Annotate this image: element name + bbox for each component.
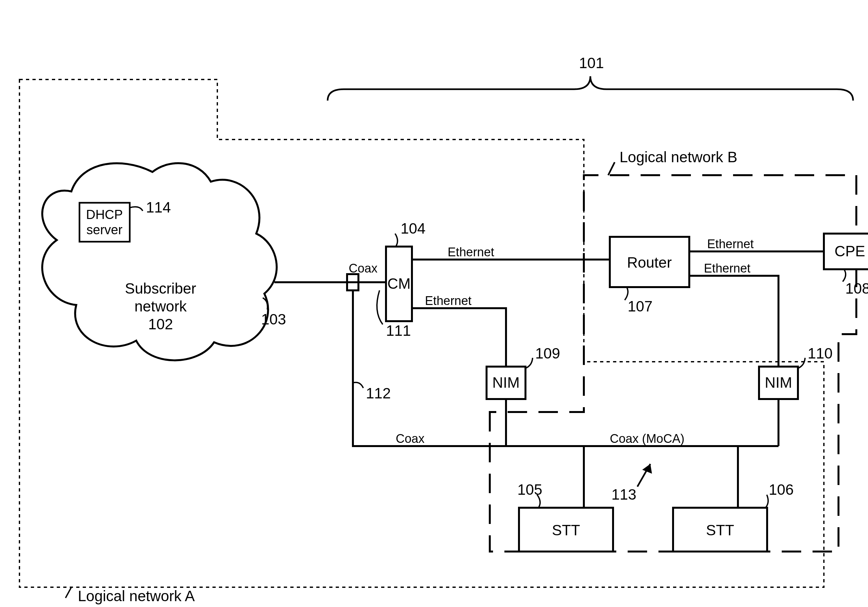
- brace-101: 101: [328, 54, 853, 101]
- ref-112: 112: [366, 385, 391, 402]
- svg-text:network: network: [134, 298, 187, 315]
- dhcp-server: DHCP server: [79, 203, 130, 242]
- ref-113: 113: [611, 486, 636, 503]
- svg-text:Subscriber: Subscriber: [125, 280, 196, 297]
- svg-text:DHCP: DHCP: [86, 207, 122, 222]
- nim-110: NIM: [759, 366, 798, 399]
- eth-router-nim: Ethernet: [704, 261, 750, 275]
- eth-cm-router: Ethernet: [448, 245, 494, 259]
- eth-cm-nim: Ethernet: [425, 294, 472, 307]
- subscriber-network-cloud: Subscriber network 102: [42, 163, 277, 360]
- svg-text:NIM: NIM: [765, 374, 792, 391]
- logical-network-b-boundary: [490, 175, 856, 551]
- svg-text:STT: STT: [706, 522, 735, 539]
- ref-104: 104: [401, 220, 426, 237]
- coax-moca-label: Coax (MoCA): [610, 432, 684, 446]
- coax-bottom-label: Coax: [396, 432, 425, 446]
- ref-105: 105: [518, 481, 542, 498]
- cable-modem: CM: [386, 247, 412, 321]
- svg-text:Router: Router: [627, 254, 672, 271]
- router: Router: [610, 237, 689, 287]
- coax-in-label: Coax: [349, 261, 378, 275]
- svg-text:CPE: CPE: [835, 243, 865, 259]
- ref-113-arrow: [637, 464, 652, 487]
- ref-110: 110: [808, 345, 832, 362]
- logical-network-a-label: Logical network A: [78, 588, 195, 604]
- stt-105: STT: [519, 508, 613, 551]
- svg-text:STT: STT: [552, 522, 580, 539]
- svg-text:102: 102: [148, 316, 173, 332]
- svg-text:server: server: [86, 222, 122, 237]
- svg-text:NIM: NIM: [492, 374, 520, 391]
- svg-text:CM: CM: [387, 275, 411, 292]
- eth-router-cpe: Ethernet: [707, 237, 754, 251]
- logical-network-b-label: Logical network B: [620, 149, 737, 165]
- ref-108: 108: [845, 280, 868, 297]
- svg-marker-25: [642, 464, 652, 473]
- cpe: CPE: [824, 234, 868, 269]
- ref-114: 114: [146, 199, 171, 216]
- ref-101: 101: [579, 54, 604, 71]
- ref-109: 109: [535, 345, 560, 362]
- ref-103: 103: [261, 311, 286, 328]
- ref-107: 107: [628, 298, 653, 315]
- nim-109: NIM: [487, 366, 525, 399]
- ref-106: 106: [769, 481, 794, 498]
- ref-111: 111: [386, 322, 411, 339]
- stt-106: STT: [673, 508, 767, 551]
